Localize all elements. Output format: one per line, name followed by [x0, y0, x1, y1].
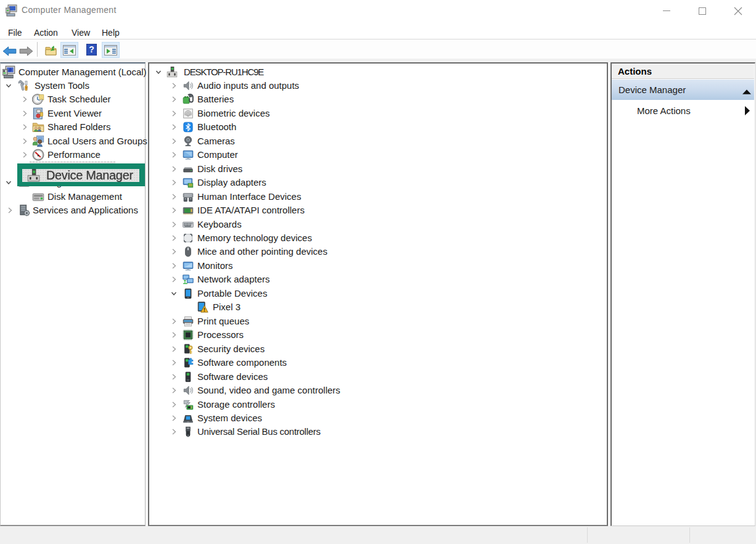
- svg-text:?: ?: [89, 44, 94, 54]
